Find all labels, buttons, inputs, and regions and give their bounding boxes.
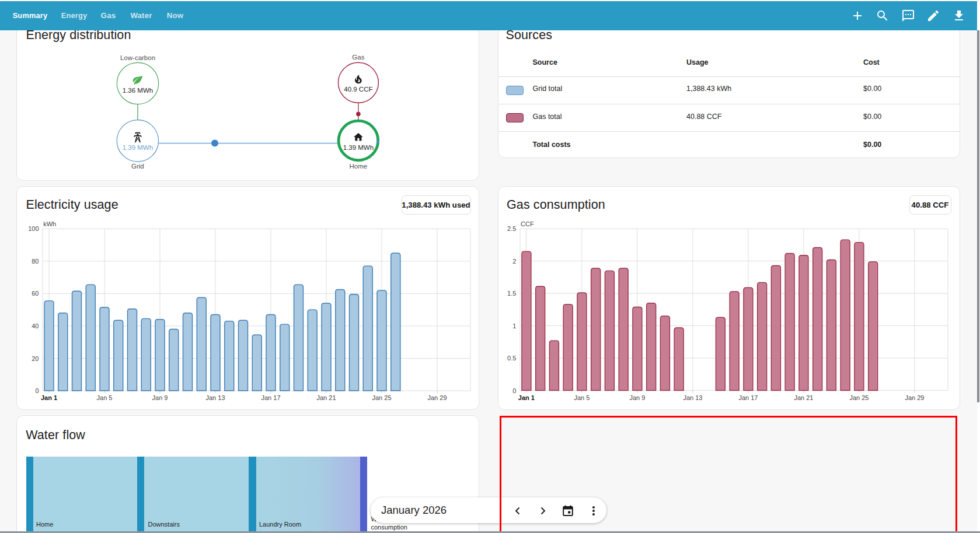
svg-text:Jan 21: Jan 21 bbox=[794, 394, 813, 401]
svg-text:1.39 MWh: 1.39 MWh bbox=[343, 144, 374, 151]
svg-text:Jan 29: Jan 29 bbox=[905, 394, 924, 401]
svg-text:Jan 13: Jan 13 bbox=[205, 394, 225, 401]
svg-text:Grid: Grid bbox=[131, 163, 144, 170]
svg-text:Jan 13: Jan 13 bbox=[683, 394, 702, 401]
svg-text:kWh: kWh bbox=[43, 220, 56, 227]
svg-text:Home: Home bbox=[350, 163, 368, 170]
svg-text:1.36 MWh: 1.36 MWh bbox=[123, 87, 153, 94]
svg-text:Jan 25: Jan 25 bbox=[849, 394, 869, 401]
svg-text:Jan 17: Jan 17 bbox=[261, 394, 280, 401]
svg-text:40.9 CCF: 40.9 CCF bbox=[344, 86, 372, 93]
svg-text:1.39 MWh: 1.39 MWh bbox=[123, 144, 153, 151]
svg-text:2: 2 bbox=[512, 258, 516, 265]
svg-text:0.5: 0.5 bbox=[507, 355, 516, 362]
svg-text:Jan 5: Jan 5 bbox=[97, 394, 113, 401]
svg-text:80: 80 bbox=[32, 258, 39, 265]
svg-text:Jan 25: Jan 25 bbox=[372, 394, 391, 401]
svg-text:Jan 17: Jan 17 bbox=[738, 394, 758, 401]
svg-text:0: 0 bbox=[512, 387, 516, 394]
svg-text:Jan 5: Jan 5 bbox=[574, 394, 590, 401]
svg-text:2.5: 2.5 bbox=[507, 225, 516, 232]
svg-text:Jan 21: Jan 21 bbox=[316, 394, 336, 401]
svg-text:20: 20 bbox=[32, 355, 39, 362]
svg-text:Gas: Gas bbox=[352, 54, 364, 61]
svg-text:1: 1 bbox=[512, 322, 516, 329]
svg-text:0: 0 bbox=[35, 387, 39, 394]
svg-text:40: 40 bbox=[32, 322, 39, 329]
svg-text:Jan 9: Jan 9 bbox=[152, 394, 168, 401]
svg-text:100: 100 bbox=[28, 225, 39, 232]
svg-text:1.5: 1.5 bbox=[507, 290, 516, 297]
svg-text:Low-carbon: Low-carbon bbox=[120, 54, 155, 61]
svg-text:Jan 29: Jan 29 bbox=[427, 394, 447, 401]
svg-text:Jan 1: Jan 1 bbox=[41, 394, 57, 401]
svg-text:Jan 1: Jan 1 bbox=[518, 394, 534, 401]
svg-text:60: 60 bbox=[32, 290, 39, 297]
svg-text:CCF: CCF bbox=[521, 220, 534, 227]
svg-text:Jan 9: Jan 9 bbox=[629, 394, 645, 401]
